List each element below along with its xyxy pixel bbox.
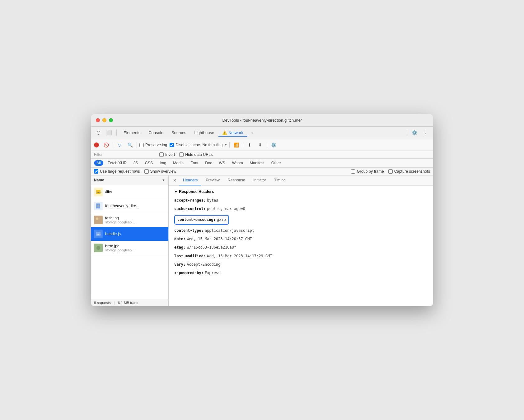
warning-icon: ⚠️: [222, 130, 227, 135]
type-btn-wasm[interactable]: Wasm: [230, 160, 246, 166]
main-toolbar: ⬡ ⬜ Elements Console Sources Lighthouse …: [91, 127, 433, 139]
tab-more[interactable]: »: [248, 129, 257, 137]
upload-icon[interactable]: ⬆: [246, 141, 254, 149]
list-item[interactable]: fesh.jpg storage.googleapi...: [91, 213, 168, 227]
sub-divider-1: [113, 142, 113, 148]
file-icon-selected: </>: [94, 230, 103, 238]
file-info: brrto.jpg storage.googleapi...: [105, 244, 165, 252]
type-btn-all[interactable]: All: [94, 160, 103, 166]
invert-checkbox[interactable]: Invert: [159, 152, 175, 157]
header-value: Express: [205, 270, 221, 276]
filter-input-label[interactable]: Filter: [94, 152, 156, 157]
capture-screenshots-checkbox[interactable]: Capture screenshots: [388, 169, 430, 174]
detail-content: ▼ Response Headers accept-ranges: bytes …: [169, 186, 433, 306]
filter-icon[interactable]: ▽: [115, 141, 124, 149]
close-button[interactable]: [96, 118, 100, 122]
search-icon[interactable]: 🔍: [126, 141, 134, 149]
file-info: /libs: [105, 190, 165, 194]
tab-network[interactable]: ⚠️ Network: [218, 129, 247, 137]
file-name: foul-heavenly-dire...: [105, 204, 165, 208]
type-btn-ws[interactable]: WS: [216, 160, 227, 166]
more-options-icon[interactable]: ⋮: [421, 129, 430, 137]
header-row-vary: vary: Accept-Encoding: [174, 260, 428, 269]
type-btn-doc[interactable]: Doc: [203, 160, 214, 166]
toolbar-divider-2: [407, 130, 407, 136]
header-name: content-type:: [174, 228, 204, 234]
header-value: bytes: [207, 198, 218, 203]
subtoolbar: 🚫 ▽ 🔍 Preserve log Disable cache No thro…: [91, 139, 433, 151]
title-bar: DevTools - foul-heavenly-direction.glitc…: [91, 114, 433, 127]
show-overview-checkbox[interactable]: Show overview: [144, 169, 176, 174]
type-btn-fetch-xhr[interactable]: Fetch/XHR: [105, 160, 129, 166]
tab-headers[interactable]: Headers: [179, 175, 201, 185]
section-arrow: ▼: [174, 190, 178, 194]
record-button[interactable]: [94, 142, 99, 147]
list-item[interactable]: </> bundle.js: [91, 227, 168, 241]
header-value: gzip: [217, 217, 226, 223]
close-detail-icon[interactable]: ✕: [171, 175, 179, 185]
type-btn-manifest[interactable]: Manifest: [247, 160, 267, 166]
type-btn-media[interactable]: Media: [171, 160, 186, 166]
svg-rect-6: [94, 216, 103, 224]
request-count: 8 requests: [94, 301, 111, 305]
disable-cache-checkbox[interactable]: Disable cache: [170, 143, 200, 147]
maximize-button[interactable]: [109, 118, 113, 122]
header-name: content-encoding:: [177, 217, 216, 223]
file-icon-img: [94, 244, 103, 252]
type-filter-row: All Fetch/XHR JS CSS Img Media Font Doc …: [91, 159, 433, 168]
traffic-lights: [96, 118, 113, 122]
throttle-arrow[interactable]: ▾: [225, 143, 227, 147]
tab-sources[interactable]: Sources: [168, 129, 190, 137]
type-btn-css[interactable]: CSS: [143, 160, 156, 166]
sub-divider-5: [267, 142, 267, 148]
type-btn-img[interactable]: Img: [157, 160, 169, 166]
header-name: last-modified:: [174, 253, 206, 259]
preserve-log-checkbox[interactable]: Preserve log: [139, 143, 167, 147]
list-item[interactable]: </> /libs: [91, 185, 168, 199]
tab-elements[interactable]: Elements: [120, 129, 144, 137]
hide-data-urls-checkbox[interactable]: Hide data URLs: [179, 152, 213, 157]
network-settings-icon[interactable]: ⚙️: [269, 141, 278, 149]
sort-icon[interactable]: ▼: [162, 178, 165, 182]
list-item[interactable]: foul-heavenly-dire...: [91, 199, 168, 213]
throttle-select[interactable]: No throttling: [203, 143, 223, 147]
header-row-last-modified: last-modified: Wed, 15 Mar 2023 14:17:29…: [174, 252, 428, 260]
window-title: DevTools - foul-heavenly-direction.glitc…: [222, 118, 302, 123]
file-icon-js: </>: [94, 188, 103, 196]
transfer-size: 6.1 MB trans: [118, 301, 138, 305]
sub-divider-3: [229, 142, 230, 148]
list-item[interactable]: brrto.jpg storage.googleapi...: [91, 241, 168, 255]
header-row-cache-control: cache-control: public, max-age=0: [174, 205, 428, 213]
clear-icon[interactable]: 🚫: [102, 141, 110, 149]
tab-response[interactable]: Response: [224, 175, 249, 185]
header-name: cache-control:: [174, 206, 206, 212]
wifi-icon[interactable]: 📶: [232, 141, 240, 149]
type-btn-js[interactable]: JS: [131, 160, 141, 166]
inspect-icon[interactable]: ⬡: [94, 128, 103, 137]
header-name: date:: [174, 236, 185, 242]
device-icon[interactable]: ⬜: [105, 128, 113, 137]
header-row-content-type: content-type: application/javascript: [174, 226, 428, 235]
right-panel: ✕ Headers Preview Response Initiator Tim…: [169, 175, 433, 306]
options-right: Group by frame Capture screenshots: [351, 169, 430, 174]
download-icon[interactable]: ⬇: [256, 141, 264, 149]
type-btn-font[interactable]: Font: [188, 160, 201, 166]
minimize-button[interactable]: [102, 118, 106, 122]
svg-point-7: [96, 217, 98, 220]
large-rows-checkbox[interactable]: Use large request rows: [94, 169, 140, 174]
type-btn-other[interactable]: Other: [269, 160, 283, 166]
svg-text:</>: </>: [97, 191, 101, 194]
settings-icon[interactable]: ⚙️: [410, 128, 419, 137]
file-info: fesh.jpg storage.googleapi...: [105, 216, 165, 224]
file-name: /libs: [105, 190, 165, 194]
tab-console[interactable]: Console: [145, 129, 167, 137]
file-name: brrto.jpg: [105, 244, 165, 248]
tab-initiator[interactable]: Initiator: [250, 175, 270, 185]
group-by-frame-checkbox[interactable]: Group by frame: [351, 169, 384, 174]
tab-timing[interactable]: Timing: [270, 175, 289, 185]
tab-lighthouse[interactable]: Lighthouse: [191, 129, 218, 137]
sub-divider-2: [137, 142, 137, 148]
tab-preview[interactable]: Preview: [202, 175, 223, 185]
file-list: </> /libs foul-heavenly-dire...: [91, 185, 168, 299]
header-value: application/javascript: [205, 228, 254, 234]
